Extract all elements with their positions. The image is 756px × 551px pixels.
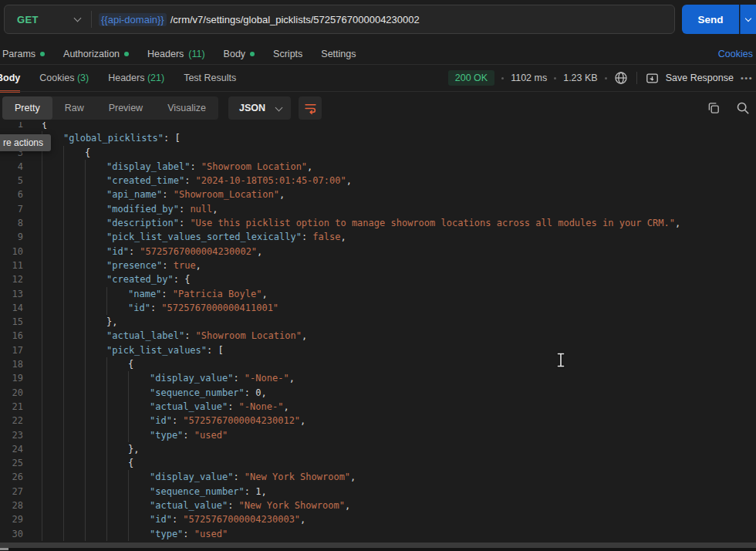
response-tab-headers[interactable]: Headers (21) xyxy=(108,68,164,88)
indent-guide xyxy=(42,442,63,456)
indent-guide xyxy=(85,174,106,188)
format-dropdown[interactable]: JSON xyxy=(228,96,291,120)
response-tab-test-results[interactable]: Test Results xyxy=(184,68,236,88)
response-size[interactable]: 1.23 KB xyxy=(563,73,597,83)
response-tab-cookies[interactable]: Cookies (3) xyxy=(39,68,89,88)
divider xyxy=(636,72,637,84)
indent-guide xyxy=(85,160,106,174)
line-number: 6 xyxy=(0,188,23,201)
view-mode-raw[interactable]: Raw xyxy=(52,96,96,120)
indent-guide xyxy=(106,428,128,442)
indent-guide xyxy=(42,428,63,442)
code-line: 21"actual_value": "-None-", xyxy=(0,400,756,414)
indent-guide xyxy=(42,371,63,385)
more-options-icon[interactable]: ••• xyxy=(741,73,753,83)
indent-guide xyxy=(42,245,63,259)
indent-guide xyxy=(106,301,128,315)
indent-guide xyxy=(106,287,128,301)
modified-dot-icon xyxy=(40,52,45,56)
tab-count: (11) xyxy=(188,49,204,59)
modified-dot-icon xyxy=(250,52,255,56)
line-number: 5 xyxy=(0,174,23,188)
tab-label: Settings xyxy=(321,49,356,59)
status-badge[interactable]: 200 OK xyxy=(448,70,494,86)
request-tab-authorization[interactable]: Authorization xyxy=(63,49,129,59)
globe-icon[interactable] xyxy=(614,71,628,85)
line-number: 22 xyxy=(0,414,23,428)
code-line: 6"api_name": "Showroom_Location", xyxy=(0,188,756,201)
copy-icon[interactable] xyxy=(707,101,721,115)
view-mode-preview[interactable]: Preview xyxy=(96,96,155,120)
indent-guide xyxy=(128,386,150,400)
tab-label: Params xyxy=(2,49,35,59)
indent-guide xyxy=(128,527,150,541)
indent-guide xyxy=(42,499,63,512)
chevron-down-icon xyxy=(275,103,283,111)
code-line: 28"actual_value": "New York Showroom", xyxy=(0,499,756,512)
send-button[interactable]: Send xyxy=(682,5,739,34)
save-icon[interactable] xyxy=(646,72,659,85)
view-mode-visualize[interactable]: Visualize xyxy=(155,96,218,120)
line-number: 15 xyxy=(0,315,23,329)
response-tab-body[interactable]: Body xyxy=(0,68,20,88)
indent-guide xyxy=(63,485,85,499)
indent-guide xyxy=(85,386,106,400)
code-line: 17"pick_list_values": [ xyxy=(0,343,756,357)
indent-guide xyxy=(42,272,63,286)
indent-guide xyxy=(63,400,85,414)
indent-guide xyxy=(42,160,63,174)
indent-guide xyxy=(42,512,63,526)
format-label: JSON xyxy=(239,103,265,113)
tab-label: Headers xyxy=(108,73,144,83)
indent-guide xyxy=(85,470,106,484)
indent-guide xyxy=(63,470,85,484)
code-line: 7"modified_by": null, xyxy=(0,202,756,216)
indent-guide xyxy=(128,414,150,428)
indent-guide xyxy=(63,315,85,329)
method-selector[interactable]: GET xyxy=(5,14,91,25)
search-icon[interactable] xyxy=(736,101,750,115)
code-line: 11"presence": true, xyxy=(0,259,756,272)
scrollbar-thumb[interactable] xyxy=(0,548,8,550)
line-number: 21 xyxy=(0,400,23,414)
request-tab-settings[interactable]: Settings xyxy=(321,49,356,59)
code-line: 12"created_by": { xyxy=(0,272,756,286)
indent-guide xyxy=(85,301,106,315)
indent-guide xyxy=(63,357,85,371)
chevron-down-icon xyxy=(745,15,751,22)
indent-guide xyxy=(63,329,85,343)
cookies-link[interactable]: Cookies xyxy=(718,49,753,59)
send-options-button[interactable] xyxy=(740,5,756,34)
request-tab-params[interactable]: Params xyxy=(2,49,45,59)
indent-guide xyxy=(106,357,128,371)
line-number: 25 xyxy=(0,456,23,470)
indent-guide xyxy=(106,371,128,385)
request-tab-body[interactable]: Body xyxy=(224,49,255,59)
tab-label: Body xyxy=(0,73,20,83)
line-number: 30 xyxy=(0,527,23,541)
indent-guide xyxy=(85,343,106,357)
code-line: 20"sequence_number": 0, xyxy=(0,386,756,400)
indent-guide xyxy=(63,428,85,442)
indent-guide xyxy=(42,343,63,357)
request-tab-scripts[interactable]: Scripts xyxy=(273,49,302,59)
response-time[interactable]: 1102 ms xyxy=(511,73,547,83)
indent-guide xyxy=(42,174,63,188)
request-tab-headers[interactable]: Headers(11) xyxy=(147,49,205,59)
wrap-text-button[interactable] xyxy=(299,96,322,120)
indent-guide xyxy=(85,442,106,456)
method-label: GET xyxy=(17,14,39,25)
save-response-button[interactable]: Save Response xyxy=(666,73,734,83)
tab-label: Authorization xyxy=(63,49,120,59)
indent-guide xyxy=(106,499,128,512)
code-line: 26"display_value": "New York Showroom", xyxy=(0,470,756,484)
url-input[interactable]: {{api-domain}} /crm/v7/settings/global_p… xyxy=(92,13,420,26)
indent-guide xyxy=(85,259,106,272)
response-body-viewer: 1{2"global_picklists": [3{4"display_labe… xyxy=(0,122,756,543)
indent-guide xyxy=(85,245,106,259)
horizontal-scrollbar[interactable] xyxy=(0,543,756,548)
indent-guide xyxy=(106,456,128,470)
view-mode-pretty[interactable]: Pretty xyxy=(2,96,52,120)
indent-guide xyxy=(85,428,106,442)
indent-guide xyxy=(42,230,63,244)
